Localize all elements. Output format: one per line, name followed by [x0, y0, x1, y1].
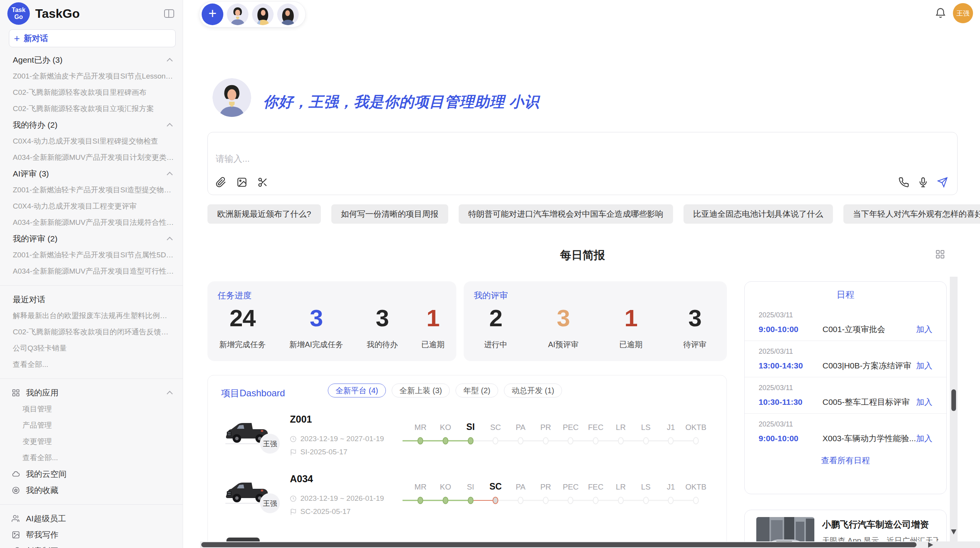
app-item[interactable]: 项目管理	[0, 401, 183, 417]
sidebar-section-header[interactable]: 我的待办 (2)	[0, 117, 183, 133]
sidebar-item-help-me-write[interactable]: 帮我写作	[0, 527, 183, 543]
milestone-dot	[418, 497, 423, 504]
recent-chats-label: 最近对话	[13, 294, 45, 305]
stat-item: 3AI预评审	[548, 306, 579, 350]
project-row[interactable]: 王强Z001 2023-12-19 ~ 2027-01-19 SI-2025-0…	[208, 411, 726, 470]
my-apps-header[interactable]: 我的应用	[0, 385, 183, 401]
join-meeting-link[interactable]: 加入	[916, 433, 932, 444]
join-meeting-link[interactable]: 加入	[916, 397, 932, 408]
sidebar-task-item[interactable]: Z001-全新燃油轻卡产品开发项目SI造型提交物评审	[0, 182, 183, 198]
sidebar-task-item[interactable]: C0X4-动力总成开发项目SI里程碑提交物检查	[0, 133, 183, 149]
briefing-layout-grid-icon[interactable]	[935, 249, 945, 259]
sidebar-item-favorites[interactable]: 我的收藏	[0, 482, 183, 498]
suggestion-chip[interactable]: 比亚迪全固态电池计划具体说了什么	[684, 204, 833, 224]
milestone-timeline: MRKOSISCPAPRPECFECLRLSJ1OKTB	[408, 470, 708, 530]
project-date-range: 2023-12-19 ~ 2027-01-19	[290, 435, 384, 443]
dashboard-tab[interactable]: 年型 (2)	[456, 384, 498, 397]
sidebar-task-item[interactable]: C02-飞腾新能源轻客改款项目里程碑画布	[0, 84, 183, 101]
milestone-label: J1	[667, 483, 675, 491]
schedule-date: 2025/03/11	[759, 384, 932, 392]
attachment-icon[interactable]	[216, 177, 226, 188]
recent-chats-list: 解释最新出台的欧盟报废车法规再生塑料比例被调至15%...C02-飞腾新能源轻客…	[0, 308, 183, 373]
milestone-dot	[643, 497, 649, 504]
suggestion-chip[interactable]: 如何写一份清晰的项目周报	[331, 204, 448, 224]
milestone-dot	[493, 437, 499, 445]
daily-briefing-title: 每日简报	[207, 248, 958, 263]
stat-item: 1已逾期	[619, 306, 642, 350]
project-row[interactable]: 王强A034 2023-12-19 ~ 2026-01-19 SC-2025-0…	[208, 470, 726, 530]
news-title: 小鹏飞行汽车制造公司增资	[822, 519, 938, 531]
milestone-dot	[668, 437, 674, 445]
send-icon[interactable]	[937, 177, 948, 188]
user-avatar[interactable]: 王强	[953, 3, 973, 23]
suggestion-chip[interactable]: 欧洲新规最近颁布了什么?	[207, 204, 321, 224]
suggestion-chip[interactable]: 特朗普可能对进口汽车增税会对中国车企造成哪些影响	[459, 204, 673, 224]
new-chat-button[interactable]: + 新对话	[9, 29, 176, 47]
sidebar-item-ai-super-staff[interactable]: AI超级员工	[0, 510, 183, 527]
sidebar-task-item[interactable]: Z001-全新燃油轻卡产品开发项目SI节点属性5D文件评审	[0, 247, 183, 263]
milestone-dot	[618, 437, 624, 445]
sidebar-task-item[interactable]: C0X4-动力总成开发项目工程变更评审	[0, 198, 183, 214]
collapse-sidebar-icon[interactable]	[164, 9, 174, 18]
image-upload-icon[interactable]	[236, 177, 247, 188]
milestone-label: MR	[415, 483, 427, 491]
scroll-right-arrow[interactable]	[928, 542, 933, 548]
scroll-down-arrow[interactable]	[951, 529, 956, 534]
stat-item: 3待评审	[683, 306, 706, 350]
milestone-dot	[443, 437, 449, 445]
milestone-label: PR	[540, 423, 551, 432]
milestone-timeline: MRKOSISCPAPRPECFECLRLSJ1OKTB	[408, 411, 708, 470]
add-agent-button[interactable]: +	[202, 3, 223, 25]
clock-icon	[290, 435, 297, 443]
chevron-up-icon	[167, 237, 173, 243]
sidebar-section-header[interactable]: 我的评审 (2)	[0, 231, 183, 247]
timeline-segment	[596, 440, 621, 442]
recent-chat-item[interactable]: C02-飞腾新能源轻客改款项目的闭环通告反馈情况	[0, 324, 183, 340]
view-all-chats-link[interactable]: 查看全部...	[0, 356, 183, 373]
milestone-dot	[543, 437, 548, 445]
project-owner-avatar: 王强	[260, 433, 280, 454]
sidebar-section-header[interactable]: AI评审 (3)	[0, 166, 183, 182]
dashboard-tab[interactable]: 动总开发 (1)	[504, 384, 562, 397]
notification-bell-icon[interactable]	[934, 7, 947, 19]
milestone-dot	[493, 497, 499, 504]
milestone-label: J1	[667, 423, 675, 432]
view-all-apps-link[interactable]: 查看全部...	[0, 450, 183, 466]
sidebar-task-item[interactable]: A034-全新新能源MUV产品开发项目计划变更类编写	[0, 149, 183, 166]
milestone-dot	[468, 437, 473, 445]
agent-avatar-2[interactable]	[252, 3, 274, 25]
sidebar-section-header[interactable]: Agent已办 (3)	[0, 52, 183, 68]
recent-chat-item[interactable]: 解释最新出台的欧盟报废车法规再生塑料比例被调至15%...	[0, 308, 183, 324]
vertical-scrollbar-thumb[interactable]	[951, 389, 956, 411]
join-meeting-link[interactable]: 加入	[916, 324, 932, 335]
app-item[interactable]: 变更管理	[0, 433, 183, 450]
app-item[interactable]: 产品管理	[0, 417, 183, 433]
dashboard-tab[interactable]: 全新平台 (4)	[328, 384, 386, 397]
join-meeting-link[interactable]: 加入	[916, 360, 932, 371]
dashboard-tab[interactable]: 全新上装 (3)	[392, 384, 450, 397]
screenshot-scissors-icon[interactable]	[257, 177, 268, 188]
stat-label: 已逾期	[421, 339, 444, 350]
schedule-time: 9:00-10:00	[759, 434, 822, 443]
agent-avatar-3[interactable]	[277, 3, 299, 25]
agent-avatar-1[interactable]	[227, 3, 248, 25]
schedule-event-title: C003|H0B-方案冻结评审	[822, 360, 916, 371]
timeline-segment	[671, 440, 696, 442]
sidebar-task-item[interactable]: Z001-全新燃油皮卡产品开发项目SI节点Lesson Learn报告	[0, 68, 183, 84]
sidebar-task-item[interactable]: A034-全新新能源MUV产品开发项目法规符合性评审	[0, 214, 183, 231]
schedule-item: 2025/03/1110:30-11:30C005-整车工程目标评审加入	[745, 377, 946, 413]
sidebar-item-creative-drawing[interactable]: 创意制图	[0, 543, 183, 548]
recent-chat-item[interactable]: 公司Q3轻卡销量	[0, 340, 183, 356]
microphone-icon[interactable]	[918, 177, 929, 188]
sidebar-task-item[interactable]: A034-全新新能源MUV产品开发项目造型可行性评审	[0, 263, 183, 279]
sidebar-task-item[interactable]: C02-飞腾新能源轻客改款项目立项汇报方案	[0, 101, 183, 117]
sidebar-item-cloud-space[interactable]: 我的云空间	[0, 466, 183, 482]
suggestion-chip[interactable]: 当下年轻人对汽车外观有怎样的喜好趋势	[843, 204, 980, 224]
stat-value: 24	[230, 306, 255, 330]
view-all-schedule-link[interactable]: 查看所有日程	[745, 455, 946, 466]
phone-call-icon[interactable]	[898, 177, 909, 188]
milestone-label: KO	[440, 483, 451, 491]
chat-input[interactable]	[216, 154, 757, 164]
horizontal-scrollbar-thumb[interactable]	[201, 542, 917, 547]
project-owner-avatar: 王强	[260, 493, 280, 514]
